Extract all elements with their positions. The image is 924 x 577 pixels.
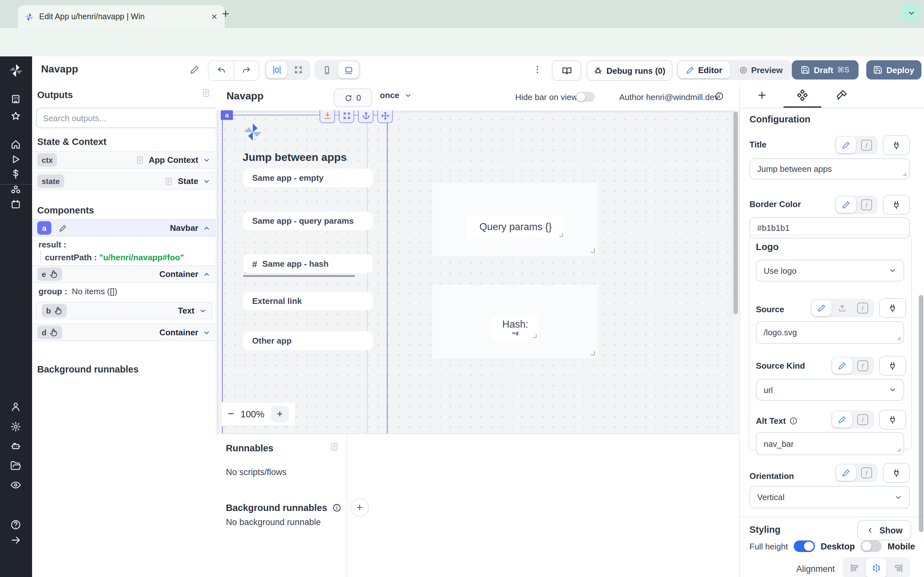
runnables-doc-icon[interactable] <box>330 442 339 451</box>
nav-item-same-app-empty[interactable]: Same app - empty <box>243 169 373 187</box>
group-line[interactable]: group : No items ([]) <box>39 287 118 296</box>
run-mode-dropdown[interactable]: once <box>380 90 412 100</box>
preview-tab[interactable]: Preview <box>731 61 790 78</box>
redo-button[interactable] <box>234 61 258 80</box>
refresh-count-button[interactable]: 0 <box>334 89 372 107</box>
rail-runs-icon[interactable] <box>10 154 21 165</box>
info-icon[interactable] <box>333 503 341 512</box>
upload-mode-button[interactable] <box>832 300 852 316</box>
component-e-row[interactable]: e Container <box>32 266 216 283</box>
static-mode-button[interactable] <box>836 137 856 153</box>
static-mode-button[interactable] <box>836 465 856 481</box>
alt-text-input[interactable]: nav_bar <box>756 432 904 455</box>
hash-text-box[interactable]: Hash: "f <box>492 316 538 340</box>
chevron-up-icon[interactable] <box>203 270 210 278</box>
resize-handle-icon[interactable] <box>893 444 901 453</box>
chevron-down-icon[interactable] <box>199 307 207 314</box>
insert-component-tab-icon[interactable] <box>756 90 767 101</box>
rename-app-icon[interactable] <box>190 65 200 74</box>
rail-collapse-icon[interactable] <box>10 535 21 546</box>
title-input[interactable]: Jump between apps <box>750 158 910 179</box>
query-params-container[interactable]: Query params {} <box>433 183 598 256</box>
ctx-row[interactable]: ctx App Context <box>32 151 216 169</box>
static-mode-button[interactable] <box>812 300 832 316</box>
connect-input-button[interactable] <box>883 135 910 155</box>
desktop-mobile-toggle[interactable] <box>861 540 882 552</box>
rail-home-icon[interactable] <box>10 139 21 150</box>
rail-folders-icon[interactable] <box>10 460 21 471</box>
resize-handle-icon[interactable] <box>893 333 901 341</box>
connect-input-button[interactable] <box>879 298 906 318</box>
zoom-in-button[interactable]: + <box>271 406 289 422</box>
static-mode-button[interactable] <box>836 197 856 213</box>
rail-favorites-icon[interactable] <box>10 111 21 122</box>
hide-bar-toggle[interactable] <box>575 92 595 102</box>
state-row[interactable]: state State <box>32 172 216 190</box>
resize-corner-icon[interactable] <box>590 247 596 253</box>
edit-component-button[interactable] <box>55 221 71 235</box>
nav-item-external-link[interactable]: External link <box>243 292 373 310</box>
static-mode-button[interactable] <box>832 358 852 374</box>
anchor-component-button[interactable] <box>358 110 373 123</box>
hash-container[interactable]: Hash: "f <box>433 285 598 358</box>
expand-down-button[interactable] <box>320 110 335 123</box>
app-canvas[interactable]: a Jump between apps Same app - empty Sam… <box>216 110 739 434</box>
logo-mode-select[interactable]: Use logo <box>756 259 904 282</box>
component-d-row[interactable]: d Container <box>32 324 216 341</box>
resize-handle-icon[interactable] <box>899 169 907 177</box>
component-a-row[interactable]: a Navbar <box>32 219 216 237</box>
component-settings-tab-icon[interactable] <box>796 89 809 101</box>
close-tab-icon[interactable] <box>210 13 218 21</box>
windmill-logo-icon[interactable] <box>8 63 24 78</box>
source-kind-select[interactable]: url <box>756 379 904 401</box>
rail-workspace-icon[interactable] <box>10 93 21 105</box>
chevron-down-icon[interactable] <box>203 329 210 336</box>
debug-runs-button[interactable]: Debug runs (0) <box>586 60 672 81</box>
deploy-button[interactable]: Deploy <box>866 60 921 79</box>
connect-input-button[interactable] <box>883 195 910 215</box>
align-center-button[interactable] <box>866 558 887 577</box>
chevron-down-icon[interactable] <box>203 156 210 164</box>
undo-button[interactable] <box>208 61 234 80</box>
doc-icon[interactable] <box>135 155 144 164</box>
mobile-view-button[interactable] <box>317 61 337 78</box>
source-input[interactable]: /logo.svg <box>756 321 904 343</box>
connect-input-button[interactable] <box>879 410 906 430</box>
rail-workers-icon[interactable] <box>10 440 21 451</box>
align-left-button[interactable] <box>844 558 865 577</box>
rail-audit-icon[interactable] <box>10 480 21 490</box>
info-icon[interactable] <box>715 92 724 101</box>
expression-mode-button[interactable]: ƒ <box>853 412 873 428</box>
connect-input-button[interactable] <box>879 356 906 376</box>
resize-corner-icon[interactable] <box>590 350 596 356</box>
rail-resources-icon[interactable] <box>10 185 21 195</box>
centered-layout-button[interactable] <box>266 61 287 78</box>
editor-tab[interactable]: Editor <box>678 61 730 78</box>
nav-item-query-params[interactable]: Same app - query params <box>243 211 373 230</box>
resize-corner-icon[interactable] <box>532 334 537 338</box>
full-width-layout-button[interactable] <box>288 61 309 78</box>
desktop-view-button[interactable] <box>338 61 359 78</box>
rail-settings-icon[interactable] <box>10 421 21 432</box>
canvas-scrollbar-thumb[interactable] <box>733 111 738 314</box>
chevron-up-icon[interactable] <box>203 224 210 232</box>
expression-mode-button[interactable]: ƒ <box>857 465 877 481</box>
docs-button[interactable] <box>552 60 582 81</box>
expression-mode-button[interactable]: ƒ <box>853 300 873 316</box>
info-icon[interactable] <box>789 417 797 425</box>
rail-variables-icon[interactable] <box>10 169 21 179</box>
expression-mode-button[interactable]: ƒ <box>857 137 877 153</box>
settings-scrollbar-thumb[interactable] <box>919 295 923 532</box>
add-background-runnable-button[interactable] <box>351 498 369 517</box>
result-key-line[interactable]: result : <box>39 240 66 250</box>
zoom-out-button[interactable]: − <box>228 408 234 421</box>
chevron-down-icon[interactable] <box>203 177 210 185</box>
expression-mode-button[interactable]: ƒ <box>853 358 873 374</box>
move-component-button[interactable] <box>377 110 393 123</box>
static-mode-button[interactable] <box>832 412 852 428</box>
doc-icon[interactable] <box>164 177 173 185</box>
query-params-text-box[interactable]: Query params {} <box>467 215 565 239</box>
rail-users-icon[interactable] <box>10 401 21 412</box>
canvas-scrollbar-track[interactable] <box>732 110 739 434</box>
orientation-select[interactable]: Vertical <box>750 486 910 508</box>
